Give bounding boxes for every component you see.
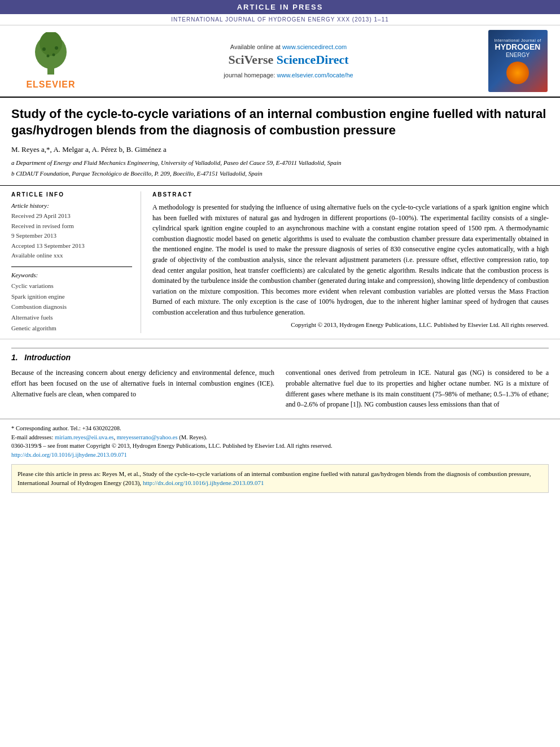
- email-link-2[interactable]: mreyesserrano@yahoo.es: [117, 434, 178, 440]
- introduction-section: 1. Introduction Because of the increasin…: [0, 339, 560, 418]
- sciverse-sci-part: SciVerse: [228, 53, 276, 67]
- available-online: Available online xxx: [11, 251, 132, 261]
- svg-point-5: [55, 46, 58, 50]
- corresponding-author: * Corresponding author. Tel.: +34 630202…: [11, 424, 549, 433]
- keyword-1: Cyclic variations: [11, 281, 132, 291]
- svg-point-7: [53, 54, 55, 56]
- elsevier-tree-icon: [23, 32, 79, 77]
- footnote-section: * Corresponding author. Tel.: +34 630202…: [0, 419, 560, 464]
- intro-left-col: Because of the increasing concern about …: [11, 368, 274, 409]
- section-number-title: 1. Introduction: [11, 348, 549, 362]
- journal-logo-hydrogen: HYDROGEN: [495, 43, 541, 51]
- keyword-4: Alternative fuels: [11, 312, 132, 323]
- abstract-header: ABSTRACT: [152, 191, 549, 198]
- abstract-text: A methodology is presented for studying …: [152, 202, 549, 318]
- svg-point-3: [40, 32, 62, 56]
- available-online-text: Available online at www.sciencedirect.co…: [230, 43, 347, 50]
- journal-homepage-link[interactable]: www.elsevier.com/locate/he: [277, 72, 353, 78]
- email-suffix: (M. Reyes).: [179, 434, 207, 440]
- keyword-5: Genetic algorithm: [11, 323, 132, 334]
- elsevier-wordmark: ELSEVIER: [26, 80, 75, 90]
- intro-right-text: conventional ones derived from petroleum…: [286, 368, 549, 409]
- revised-date: 9 September 2013: [11, 231, 132, 241]
- citation-box: Please cite this article in press as: Re…: [11, 464, 549, 493]
- received-date: Received 29 April 2013: [11, 211, 132, 221]
- keyword-2: Spark ignition engine: [11, 291, 132, 302]
- citation-text: Please cite this article in press as: Re…: [18, 470, 531, 487]
- sciverse-title: SciVerse ScienceDirect: [228, 53, 348, 67]
- sciencedirect-link[interactable]: www.sciencedirect.com: [282, 43, 347, 50]
- journal-logo-right: International Journal of HYDROGEN ENERGY: [487, 30, 549, 92]
- intro-columns: Because of the increasing concern about …: [11, 368, 549, 409]
- keywords-block: Keywords: Cyclic variations Spark igniti…: [11, 272, 132, 333]
- article-info-header: ARTICLE INFO: [11, 191, 132, 198]
- email-label: E-mail addresses:: [11, 434, 53, 440]
- divider: [11, 267, 132, 267]
- section-number: 1.: [11, 353, 18, 362]
- doi-line: http://dx.doi.org/10.1016/j.ijhydene.201…: [11, 451, 549, 460]
- citation-url[interactable]: http://dx.doi.org/10.1016/j.ijhydene.201…: [143, 479, 264, 486]
- accepted-date: Accepted 13 September 2013: [11, 241, 132, 251]
- issn-line: 0360-3199/$ – see front matter Copyright…: [11, 442, 549, 451]
- affiliation-b: b CIDAUT Foundation, Parque Tecnológico …: [11, 169, 549, 178]
- keyword-3: Combustion diagnosis: [11, 302, 132, 312]
- right-column: ABSTRACT A methodology is presented for …: [152, 191, 549, 333]
- journal-header-bar: INTERNATIONAL JOURNAL OF HYDROGEN ENERGY…: [0, 14, 560, 25]
- article-info-block: Article history: Received 29 April 2013 …: [11, 202, 132, 261]
- authors-line: M. Reyes a,*, A. Melgar a, A. Pérez b, B…: [11, 145, 549, 154]
- received-revised-label: Received in revised form: [11, 221, 132, 231]
- copyright-line: Copyright © 2013, Hydrogen Energy Public…: [152, 321, 549, 328]
- article-in-press-banner: ARTICLE IN PRESS: [0, 0, 560, 14]
- sciverse-direct-part: ScienceDirect: [277, 53, 349, 67]
- email-line: E-mail addresses: miriam.reyes@eii.uva.e…: [11, 433, 549, 442]
- article-title: Study of the cycle-to-cycle variations o…: [11, 106, 549, 138]
- article-title-section: Study of the cycle-to-cycle variations o…: [0, 98, 560, 186]
- svg-point-6: [47, 55, 50, 58]
- left-column: ARTICLE INFO Article history: Received 2…: [11, 191, 141, 333]
- elsevier-logo: ELSEVIER: [11, 30, 90, 92]
- top-section: ELSEVIER Available online at www.science…: [0, 25, 560, 98]
- intro-left-text: Because of the increasing concern about …: [11, 368, 274, 399]
- article-history-label: Article history:: [11, 202, 132, 209]
- journal-logo-energy: ENERGY: [506, 52, 530, 58]
- doi-link[interactable]: http://dx.doi.org/10.1016/j.ijhydene.201…: [11, 452, 127, 458]
- content-section: ARTICLE INFO Article history: Received 2…: [0, 186, 560, 339]
- journal-homepage-text: journal homepage: www.elsevier.com/locat…: [224, 72, 353, 78]
- section-title: Introduction: [24, 353, 71, 362]
- email-link-1[interactable]: miriam.reyes@eii.uva.es: [55, 434, 113, 440]
- affiliation-a: a Department of Energy and Fluid Mechani…: [11, 159, 549, 167]
- journal-center: Available online at www.sciencedirect.co…: [96, 30, 481, 92]
- keywords-label: Keywords:: [11, 272, 132, 278]
- intro-right-col: conventional ones derived from petroleum…: [286, 368, 549, 409]
- journal-logo-box: International Journal of HYDROGEN ENERGY: [488, 30, 548, 92]
- svg-point-4: [42, 47, 46, 51]
